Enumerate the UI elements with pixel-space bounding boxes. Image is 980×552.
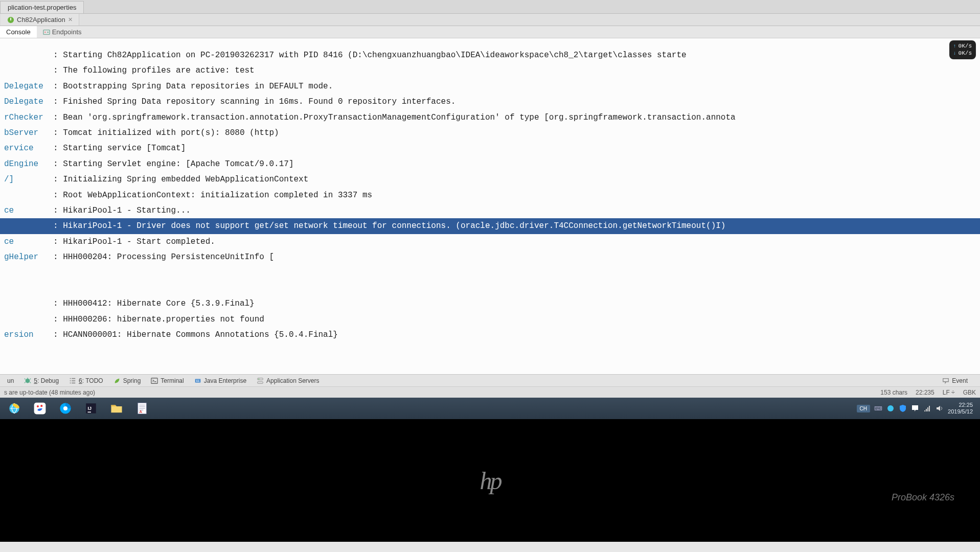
clock[interactable]: 22:25 2019/5/12 [948, 402, 973, 415]
hp-logo: hp [480, 467, 500, 495]
tray-shield-icon[interactable] [899, 404, 907, 412]
console-line[interactable]: bServer : Tomcat initialized with port(s… [0, 125, 980, 141]
tool-event-log[interactable]: Event [937, 376, 973, 385]
console-line[interactable] [0, 265, 980, 280]
tool-todo[interactable]: 6: TODO [64, 376, 108, 385]
log-message: : HCANN000001: Hibernate Commons Annotat… [53, 330, 338, 339]
status-bar: s are up-to-date (48 minutes ago) 153 ch… [0, 386, 980, 398]
log-logger-name: rChecker [4, 113, 53, 122]
console-view-tabs: Console Endpoints [0, 26, 980, 38]
console-line[interactable]: Delegate : Bootstrapping Spring Data rep… [0, 79, 980, 94]
taskbar-edge[interactable] [53, 399, 78, 418]
svg-rect-20 [88, 412, 92, 413]
console-line[interactable]: gHelper : HHH000204: Processing Persiste… [0, 249, 980, 265]
console-line[interactable] [0, 281, 980, 296]
tool-window-bar: un 5: Debug 6: TODO Spring Terminal EE J… [0, 374, 980, 386]
clock-time: 22:25 [959, 402, 973, 408]
log-logger-name: ce [4, 206, 53, 215]
file-tab-properties[interactable]: plication-test.properties [0, 1, 84, 13]
taskbar-explorer[interactable] [104, 399, 129, 418]
log-message: : Bean 'org.springframework.transaction.… [53, 113, 736, 122]
console-line[interactable]: ce : HikariPool-1 - Start completed. [0, 234, 980, 249]
log-logger-name: gHelper [4, 252, 53, 262]
tool-debug[interactable]: 5: Debug [19, 376, 64, 385]
console-output[interactable]: ↑0K/s ↓0K/s : Starting Ch82Application o… [0, 38, 980, 374]
upload-icon: ↑ [953, 43, 956, 50]
taskbar-ie[interactable] [2, 399, 27, 418]
ime-indicator[interactable]: CH [857, 405, 870, 412]
svg-rect-8 [258, 378, 263, 380]
status-line-separator[interactable]: LF ÷ [943, 389, 955, 396]
tool-debug-label: 5: Debug [34, 377, 59, 384]
run-tab-app[interactable]: Ch82Application ✕ [1, 14, 79, 26]
volume-icon[interactable] [936, 404, 944, 412]
log-logger-name: ersion [4, 330, 53, 339]
log-message: : HHH000204: Processing PersistenceUnitI… [53, 252, 274, 262]
network-speed-widget: ↑0K/s ↓0K/s [949, 40, 976, 59]
tray-icon-1[interactable]: ⌨ [874, 405, 882, 412]
tool-appservers-label: Application Servers [266, 377, 319, 384]
taskbar-notepad[interactable]: A [130, 399, 154, 418]
log-message: : Finished Spring Data repository scanni… [53, 97, 455, 106]
status-message: s are up-to-date (48 minutes ago) [4, 389, 95, 396]
tool-javaee[interactable]: EE Java Enterprise [189, 376, 252, 385]
spring-leaf-icon [113, 377, 121, 384]
status-caret-position[interactable]: 22:235 [916, 389, 935, 396]
tool-todo-label: 6: TODO [79, 377, 103, 384]
log-logger-name: /] [4, 175, 53, 184]
console-line[interactable]: dEngine : Starting Servlet engine: [Apac… [0, 156, 980, 172]
tab-console[interactable]: Console [0, 26, 37, 38]
wifi-icon[interactable] [923, 404, 931, 412]
console-line[interactable]: ervice : Starting service [Tomcat] [0, 141, 980, 156]
internet-explorer-icon [8, 402, 21, 415]
system-tray: CH ⌨ 22:25 2019/5/12 [857, 402, 978, 415]
tab-console-label: Console [6, 28, 31, 36]
tray-action-icon[interactable] [911, 404, 919, 412]
log-message: : HHH000412: Hibernate Core {5.3.9.Final… [53, 299, 255, 308]
tool-spring[interactable]: Spring [108, 376, 146, 385]
console-line[interactable]: : Starting Ch82Application on PC-2019032… [0, 48, 980, 63]
status-selection-chars: 153 chars [880, 389, 907, 396]
svg-rect-13 [34, 403, 46, 415]
endpoints-icon [43, 29, 50, 36]
log-message: : Tomcat initialized with port(s): 8080 … [53, 128, 279, 137]
console-line[interactable]: rChecker : Bean 'org.springframework.tra… [0, 110, 980, 125]
svg-rect-9 [258, 381, 263, 383]
tab-endpoints-label: Endpoints [52, 28, 82, 36]
tray-internet-icon[interactable] [886, 404, 895, 412]
console-line[interactable]: : HHH000206: hibernate.properties not fo… [0, 312, 980, 327]
svg-rect-1 [43, 30, 50, 34]
console-line[interactable]: : HikariPool-1 - Driver does not support… [0, 218, 980, 234]
close-icon[interactable]: ✕ [68, 16, 73, 23]
console-line[interactable]: Delegate : Finished Spring Data reposito… [0, 94, 980, 109]
taskbar-baidu[interactable] [28, 399, 52, 418]
log-message: : Starting Servlet engine: [Apache Tomca… [53, 159, 293, 169]
spring-boot-icon [7, 16, 14, 24]
log-logger-name: Delegate [4, 82, 53, 91]
tab-endpoints[interactable]: Endpoints [37, 26, 88, 38]
console-line[interactable]: ce : HikariPool-1 - Starting... [0, 203, 980, 218]
console-line[interactable]: ersion : HCANN000001: Hibernate Commons … [0, 327, 980, 342]
windows-taskbar[interactable]: IJ A CH ⌨ 22:25 2019/5/12 [0, 398, 980, 419]
tool-appservers[interactable]: Application Servers [252, 376, 324, 385]
tool-run-label: un [7, 377, 14, 384]
laptop-bezel: hp ProBook 4326s [0, 419, 980, 542]
log-logger-name [4, 66, 53, 75]
intellij-icon: IJ [84, 402, 98, 415]
tool-javaee-label: Java Enterprise [204, 377, 246, 384]
run-config-tabs: Ch82Application ✕ [0, 14, 980, 26]
svg-point-3 [47, 31, 49, 33]
log-logger-name [4, 284, 53, 293]
console-line[interactable]: : Root WebApplicationContext: initializa… [0, 188, 980, 203]
log-logger-name: ervice [4, 144, 53, 153]
console-line[interactable]: : The following profiles are active: tes… [0, 63, 980, 78]
tool-run[interactable]: un [2, 376, 19, 385]
status-encoding[interactable]: GBK [963, 389, 976, 396]
editor-file-tabs: plication-test.properties [0, 0, 980, 14]
taskbar-intellij[interactable]: IJ [79, 399, 103, 418]
tool-terminal[interactable]: Terminal [146, 376, 189, 385]
log-message: : Starting service [Tomcat] [53, 144, 186, 153]
console-line[interactable]: : HHH000412: Hibernate Core {5.3.9.Final… [0, 296, 980, 311]
bug-icon [24, 377, 31, 384]
console-line[interactable]: /] : Initializing Spring embedded WebApp… [0, 172, 980, 187]
